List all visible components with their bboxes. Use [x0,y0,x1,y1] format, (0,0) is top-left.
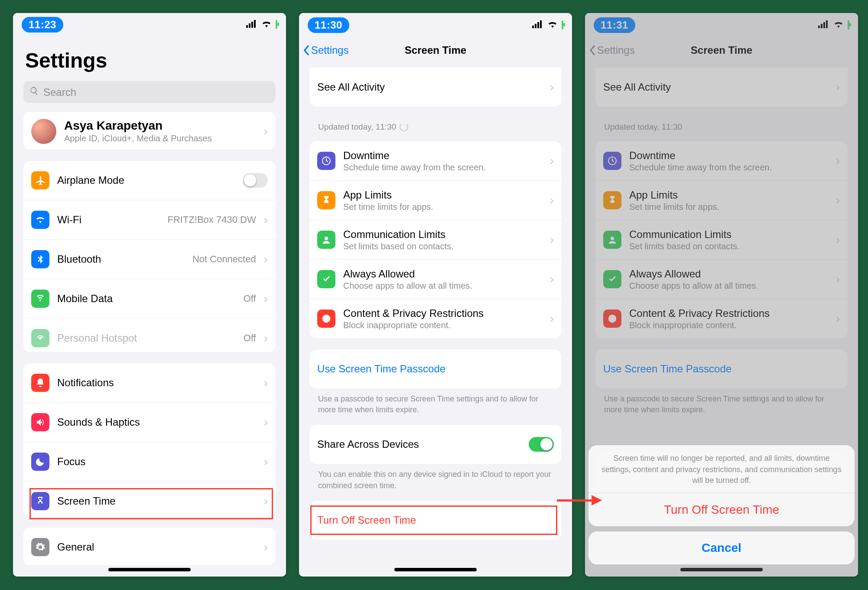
svg-rect-1 [249,23,250,28]
chevron-right-icon: › [264,455,268,469]
screen-time-label: Screen Time [57,495,260,507]
always-allowed-row[interactable]: Always AllowedChoose apps to allow at al… [309,260,562,299]
passcode-footer: Use a passcode to secure Screen Time set… [318,394,553,415]
svg-rect-0 [246,25,248,28]
cellular-icon [246,20,257,29]
communication-label: Communication Limits [343,228,546,241]
wifi-value: FRITZ!Box 7430 DW [168,214,256,225]
svg-point-9 [325,237,328,240]
chevron-right-icon: › [264,331,268,345]
battery-icon [562,21,563,29]
wifi-label: Wi-Fi [57,214,168,226]
communication-icon [317,231,335,249]
action-sheet-cancel-button[interactable]: Cancel [588,531,855,564]
app-limits-sub: Set time limits for apps. [343,202,546,212]
apple-id-row[interactable]: Asya Karapetyan Apple ID, iCloud+, Media… [23,112,276,150]
turn-off-label: Turn Off Screen Time [317,514,416,526]
wifi-row[interactable]: Wi-Fi FRITZ!Box 7430 DW › [23,200,276,240]
downtime-icon [317,152,335,170]
general-row[interactable]: General › [23,528,276,565]
svg-rect-4 [532,26,534,28]
share-toggle[interactable] [529,437,554,452]
chevron-right-icon: › [264,540,268,554]
page-title: Settings [25,49,274,72]
wifi-icon [261,20,272,30]
app-limits-icon [317,191,335,209]
apple-id-name: Asya Karapetyan [64,119,260,133]
nav-bar: Settings Screen Time [299,37,572,63]
chevron-right-icon: › [264,252,268,266]
chevron-right-icon: › [550,233,554,247]
back-button[interactable]: Settings [303,44,349,56]
downtime-row[interactable]: DowntimeSchedule time away from the scre… [309,141,562,181]
hotspot-label: Personal Hotspot [57,332,244,344]
search-placeholder: Search [43,86,76,98]
airplane-icon [31,171,49,189]
speaker-icon [31,413,49,431]
notifications-row[interactable]: Notifications › [23,363,276,403]
home-indicator[interactable] [108,568,191,571]
bell-icon [31,374,49,392]
wifi-icon [547,20,558,30]
focus-row[interactable]: Focus › [23,442,276,482]
moon-icon [31,453,49,471]
mobile-data-label: Mobile Data [57,293,244,305]
apple-id-subtitle: Apple ID, iCloud+, Media & Purchases [64,134,260,143]
screen-time-row[interactable]: Screen Time › [23,482,276,516]
hourglass-icon [31,492,49,510]
spinner-icon [400,123,408,131]
see-all-activity-row[interactable]: See All Activity › [309,68,562,107]
svg-rect-2 [251,22,253,28]
share-footer: You can enable this on any device signed… [318,469,553,491]
svg-rect-7 [540,20,542,28]
chevron-right-icon: › [550,193,554,207]
always-label: Always Allowed [343,268,546,280]
share-label: Share Across Devices [317,438,529,450]
search-input[interactable]: Search [23,81,276,103]
chevron-right-icon: › [550,312,554,326]
always-sub: Choose apps to allow at all times. [343,281,546,291]
chevron-right-icon: › [550,154,554,168]
screenshot-action-sheet: 11:31 Settings Screen Time See All Activ… [585,13,858,577]
bluetooth-label: Bluetooth [57,253,192,265]
hotspot-icon [31,329,49,347]
passcode-link-row[interactable]: Use Screen Time Passcode [309,349,562,388]
personal-hotspot-row[interactable]: Personal Hotspot Off › [23,319,276,352]
wifi-settings-icon [31,211,49,229]
general-label: General [57,541,260,553]
screenshot-settings-root: 11:23 Settings Search A [13,13,286,577]
svg-rect-6 [537,22,539,28]
mobile-data-icon [31,290,49,308]
sounds-haptics-row[interactable]: Sounds & Haptics › [23,403,276,442]
chevron-right-icon: › [264,415,268,429]
passcode-link-label: Use Screen Time Passcode [317,363,445,375]
chevron-right-icon: › [264,124,268,138]
bluetooth-row[interactable]: Bluetooth Not Connected › [23,240,276,279]
content-label: Content & Privacy Restrictions [343,307,546,319]
always-allowed-icon [317,270,335,288]
hotspot-value: Off [244,332,256,344]
communication-limits-row[interactable]: Communication LimitsSet limits based on … [309,220,562,260]
see-all-label: See All Activity [317,81,546,93]
status-bar: 11:23 [13,13,286,36]
airplane-toggle[interactable] [243,173,268,188]
home-indicator[interactable] [394,568,477,571]
airplane-label: Airplane Mode [57,174,243,186]
clock-pill: 11:23 [22,17,63,33]
mobile-data-value: Off [244,293,256,304]
bluetooth-icon [31,250,49,268]
action-sheet-turn-off-button[interactable]: Turn Off Screen Time [588,493,855,526]
content-privacy-row[interactable]: Content & Privacy RestrictionsBlock inap… [309,299,562,338]
app-limits-row[interactable]: App LimitsSet time limits for apps. › [309,181,562,220]
chevron-right-icon: › [264,213,268,227]
mobile-data-row[interactable]: Mobile Data Off › [23,279,276,319]
turn-off-screen-time-row[interactable]: Turn Off Screen Time [309,501,562,540]
share-across-devices-row[interactable]: Share Across Devices [309,425,562,464]
downtime-sub: Schedule time away from the screen. [343,163,546,173]
action-sheet-message: Screen time will no longer be reported, … [588,445,855,493]
clock-pill: 11:30 [308,17,349,33]
action-sheet: Screen time will no longer be reported, … [588,445,855,570]
avatar [31,119,56,144]
airplane-mode-row[interactable]: Airplane Mode [23,161,276,200]
chevron-right-icon: › [264,494,268,508]
